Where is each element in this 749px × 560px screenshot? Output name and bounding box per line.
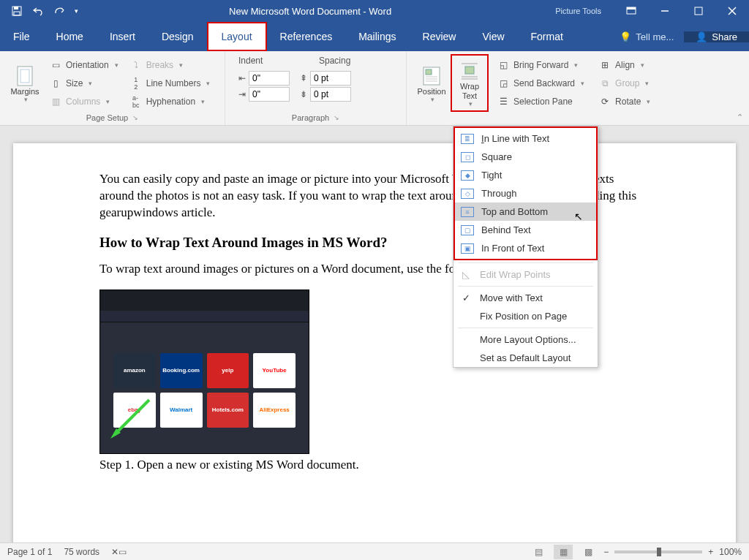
tab-references[interactable]: References [267,22,346,51]
size-icon: ▯ [50,77,61,89]
wrap-in-front[interactable]: ▣In Front of Text [455,239,596,257]
spacing-before-input[interactable]: ⇞ [300,70,351,86]
window-title: New Microsoft Word Document - Word [78,6,542,17]
orientation-button[interactable]: ▭Orientation▾ [47,57,121,73]
proofing-icon[interactable]: ✕▭ [111,547,127,557]
size-button[interactable]: ▯Size▾ [47,75,121,91]
wrap-through[interactable]: ◇Through [455,184,596,203]
wrap-in-line[interactable]: ≣IIn Line with Textn Line with Text [455,129,596,148]
hyphenation-button[interactable]: a-bcHyphenation▾ [127,94,214,110]
word-count[interactable]: 75 words [64,547,99,557]
rotate-icon: ⟳ [599,96,611,107]
tile: Booking.com [160,353,203,388]
spacing-after-input[interactable]: ⇟ [300,86,351,102]
tab-format[interactable]: Format [518,22,576,51]
collapse-ribbon-icon[interactable]: ⌃ [737,113,743,122]
wrap-infront-icon: ▣ [461,243,474,254]
title-bar: ▾ New Microsoft Word Document - Word Pic… [0,0,749,22]
margins-button[interactable]: Margins ▾ [6,54,44,112]
tab-mailings[interactable]: Mailings [345,22,409,51]
svg-rect-2 [14,12,20,15]
spacing-label: Spacing [319,56,350,66]
tab-home[interactable]: Home [43,22,97,51]
send-backward-button[interactable]: ◲Send Backward▾ [494,75,587,91]
position-label: Position [417,87,445,96]
indent-right-icon: ⇥ [238,89,246,99]
image-caption: Step 1. Open a new or existing MS Word d… [99,457,650,474]
indent-left-input[interactable]: ⇤ [238,70,290,86]
tab-layout[interactable]: Layout [207,22,267,51]
margins-label: Margins [10,87,39,96]
redo-icon[interactable] [51,1,70,20]
position-button[interactable]: Position▾ [413,54,451,112]
wrap-text-menu: ≣IIn Line with Textn Line with Text ◻Squ… [453,126,598,368]
breaks-button[interactable]: ⤵Breaks▾ [127,57,214,73]
wrap-behind[interactable]: ▢Behind Text [455,221,596,239]
tile: yelp [207,353,249,388]
bring-forward-button[interactable]: ◱Bring Forward▾ [494,57,587,73]
share-icon: 👤 [696,31,707,42]
document-page[interactable]: You can easily copy and paste an image o… [13,143,736,542]
paragraph-launcher-icon[interactable]: ↘ [334,114,339,121]
wrap-text-button[interactable]: Wrap Text▾ [451,54,489,112]
tell-me[interactable]: 💡 Tell me... [609,31,684,42]
read-mode-icon[interactable]: ▤ [529,545,548,559]
zoom-in-button[interactable]: + [708,547,713,557]
fix-position[interactable]: Fix Position on Page [453,307,598,325]
undo-icon[interactable] [29,1,48,20]
line-numbers-button[interactable]: 12Line Numbers▾ [127,75,214,91]
line-numbers-icon: 12 [130,77,142,89]
paragraph-label: Paragraph [292,113,329,122]
page-count[interactable]: Page 1 of 1 [7,547,52,557]
rotate-button[interactable]: ⟳Rotate▾ [596,94,653,110]
ribbon-options-icon[interactable] [614,0,648,22]
wrap-text-label: Wrap Text [460,82,479,99]
zoom-level[interactable]: 100% [719,547,742,557]
more-layout-options[interactable]: More Layout Options... [453,330,598,349]
tab-review[interactable]: Review [410,22,470,51]
tab-insert[interactable]: Insert [97,22,148,51]
wrap-inline-icon: ≣ [461,134,474,144]
page-setup-launcher-icon[interactable]: ↘ [132,114,138,121]
maximize-icon[interactable] [682,0,715,22]
tile: AliExpress [253,393,296,428]
wrap-topbottom-icon: ≡ [461,207,474,217]
tab-design[interactable]: Design [148,22,207,51]
selection-pane-icon: ☰ [497,96,509,107]
tab-file[interactable]: File [0,22,43,51]
svg-rect-1 [14,7,18,10]
share-button[interactable]: 👤 Share [684,31,749,42]
send-backward-icon: ◲ [497,77,509,89]
web-layout-icon[interactable]: ▩ [579,545,598,559]
move-with-text[interactable]: ✓Move with Text [453,289,598,307]
group-button[interactable]: ⧉Group▾ [596,75,653,91]
wrap-square[interactable]: ◻Square [455,148,596,166]
columns-icon: ▥ [50,96,61,107]
edit-wrap-points[interactable]: ◺Edit Wrap Points [453,265,598,284]
zoom-out-button[interactable]: − [603,547,609,557]
tile: amazon [113,353,156,388]
print-layout-icon[interactable]: ▦ [554,545,573,559]
minimize-icon[interactable] [648,0,682,22]
save-icon[interactable] [7,1,26,20]
breaks-icon: ⤵ [130,59,142,71]
svg-marker-21 [110,428,121,439]
align-icon: ⊞ [599,59,611,71]
embedded-image[interactable]: amazon Booking.com yelp YouTube ebay Wal… [99,290,309,454]
indent-label: Indent [238,56,319,66]
indent-right-input[interactable]: ⇥ [238,86,290,102]
document-area: You can easily copy and paste an image o… [0,126,749,542]
group-icon: ⧉ [599,77,611,89]
page-setup-label: Page Setup [86,113,129,122]
ribbon: Margins ▾ ▭Orientation▾ ▯Size▾ ▥Columns▾… [0,51,749,126]
zoom-slider[interactable] [614,550,702,553]
columns-button[interactable]: ▥Columns▾ [47,94,121,110]
selection-pane-button[interactable]: ☰Selection Pane [494,94,587,110]
align-button[interactable]: ⊞Align▾ [596,57,653,73]
tile: ebay [113,393,156,428]
wrap-tight[interactable]: ◆Tight [455,166,596,184]
tab-view[interactable]: View [469,22,517,51]
set-default-layout[interactable]: Set as Default Layout [453,349,598,367]
tile: Walmart [160,393,203,428]
close-icon[interactable] [715,0,749,22]
